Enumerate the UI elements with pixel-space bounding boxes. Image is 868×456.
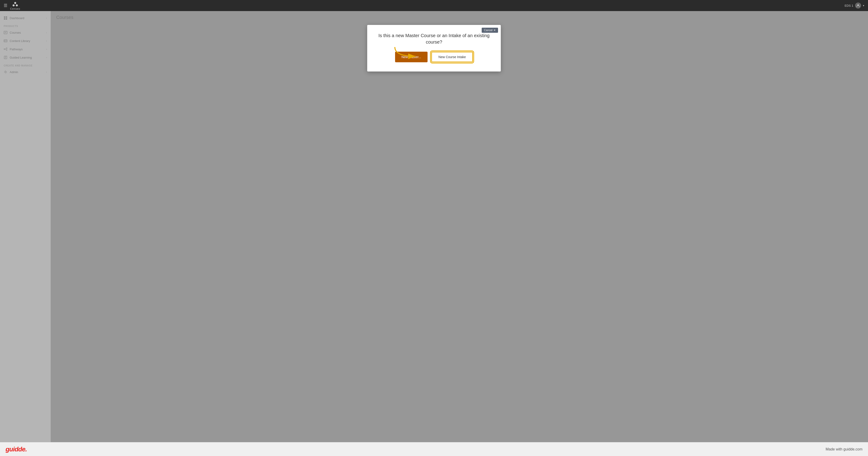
guidde-logo-text: guidde. (5, 446, 27, 453)
user-avatar[interactable] (855, 3, 861, 8)
cancel-x-icon: ✕ (493, 29, 496, 32)
footer-tagline: Made with guidde.com (826, 447, 863, 451)
logo-area: Censeo (10, 1, 20, 10)
hamburger-icon[interactable]: ☰ (4, 3, 7, 8)
nav-right: EDS 1 ▾ (844, 3, 864, 8)
cancel-button[interactable]: Cancel ✕ (482, 28, 498, 33)
svg-point-2 (16, 4, 18, 6)
modal-buttons: New Master... New Course Intake (376, 52, 492, 62)
svg-point-1 (13, 4, 15, 6)
new-master-button[interactable]: New Master... (395, 52, 428, 62)
footer: guidde. Made with guidde.com (0, 442, 868, 456)
top-nav: ☰ Censeo EDS 1 ▾ (0, 0, 868, 11)
user-chevron[interactable]: ▾ (863, 4, 864, 7)
new-course-intake-button[interactable]: New Course Intake (431, 52, 473, 62)
modal-question: Is this a new Master Course or an Intake… (376, 32, 492, 45)
modal-dialog: Cancel ✕ Is this a new Master Course or … (367, 25, 501, 72)
guidde-logo: guidde. (5, 446, 27, 453)
main-layout: Dashboard › PRODUCTS Courses › (0, 11, 868, 442)
user-label: EDS 1 (844, 4, 853, 7)
censeo-logo-icon (12, 1, 19, 7)
nav-left: ☰ Censeo (4, 1, 20, 10)
cancel-label: Cancel (484, 29, 493, 32)
svg-point-0 (14, 2, 17, 4)
logo-text: Censeo (10, 7, 20, 10)
modal-overlay: Cancel ✕ Is this a new Master Course or … (0, 11, 868, 442)
